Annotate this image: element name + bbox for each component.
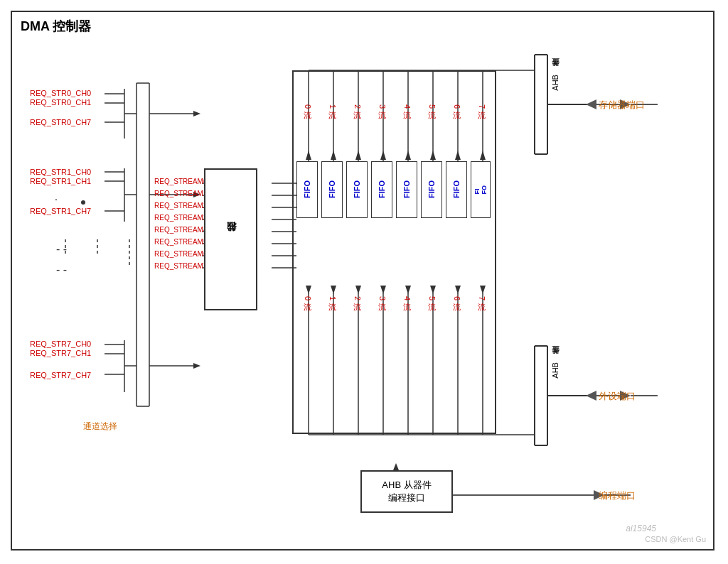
req-stream1: REQ_STREAM1 [154,190,207,197]
flow-bot-0: 流0 [302,296,313,300]
flow-bot-6: 流6 [451,296,462,300]
ahb-master-top-label: AHB 主器件 [550,72,560,91]
channel-select-label: 通道选择 [83,421,117,433]
svg-marker-55 [355,151,361,160]
svg-marker-82 [380,286,386,294]
req-str7-ch1: REQ_STR7_CH1 [30,348,91,359]
fifo-7: FIFO [471,161,491,218]
req-stream4: REQ_STREAM4 [154,226,207,234]
svg-marker-81 [355,286,361,294]
svg-marker-79 [306,286,311,294]
svg-marker-84 [430,286,436,294]
svg-marker-111 [393,463,399,470]
flow-bot-4: 流4 [402,296,412,300]
ahb-slave-box: AHB 从器件 编程接口 [360,470,453,513]
flow-top-2: 流2 [352,104,363,109]
flow-top-3: 流3 [377,104,387,109]
flow-top-5: 流5 [427,104,437,109]
req-stream7: REQ_STREAM7 [154,262,207,270]
req-stream0: REQ_STREAM0 [154,178,207,185]
svg-rect-105 [293,71,496,433]
flow-top-4: 流4 [402,104,412,109]
flow-bot-2: 流2 [352,296,363,300]
flow-top-7: 流7 [476,104,487,109]
diagram-svg [12,12,713,549]
svg-marker-78 [586,99,596,109]
fifo-4: FIFO [396,161,417,218]
flow-top-0: 流0 [302,104,313,109]
svg-marker-56 [380,151,386,160]
svg-marker-54 [331,151,336,160]
svg-marker-59 [455,151,461,160]
svg-point-8 [81,200,85,205]
svg-marker-80 [331,286,336,294]
svg-marker-104 [586,391,596,401]
flow-bot-7: 流7 [476,296,487,300]
req-str1-ch7: REQ_STR1_CH7 [30,206,91,217]
svg-marker-60 [480,151,486,160]
req-str1-ch1: REQ_STR1_CH1 [30,176,91,187]
ahb-slave-line2: 编程接口 [388,492,425,504]
svg-marker-83 [405,286,411,294]
ahb-master-bottom-label: AHB 主器件 [550,360,560,379]
req-str1-dot: · [55,193,58,205]
fifo-2: FIFO [346,161,368,218]
req-stream6: REQ_STREAM6 [154,250,207,258]
flow-bot-1: 流1 [327,296,338,300]
req-stream3: REQ_STREAM3 [154,214,207,222]
svg-marker-86 [480,286,486,294]
flow-top-1: 流1 [327,104,338,109]
svg-marker-53 [306,151,311,160]
req-str7-ch7: REQ_STR7_CH7 [30,370,91,381]
watermark2: CSDN @Kent Gu [645,535,706,543]
dashes1: - -- - [56,239,67,281]
req-str0-ch7: REQ_STR0_CH7 [30,117,91,128]
arbiter-box: 仲裁器 [204,168,257,310]
svg-marker-58 [430,151,436,160]
svg-marker-28 [193,363,200,369]
req-str0-ch1: REQ_STR0_CH1 [30,97,91,108]
svg-marker-85 [455,286,461,294]
program-port-label: 编程端口 [599,489,636,502]
watermark1: ai15945 [626,524,656,533]
peripheral-port-label: 外设端口 [599,390,636,403]
fifo-1: FIFO [321,161,343,218]
fifo-3: FIFO [371,161,392,218]
fifo-5: FIFO [421,161,442,218]
svg-marker-24 [193,111,200,116]
flow-top-6: 流6 [451,104,462,109]
ahb-slave-line1: AHB 从器件 [382,479,431,492]
flow-bot-5: 流5 [427,296,437,300]
svg-marker-57 [405,151,411,160]
fifo-0: FIFO [296,161,318,218]
main-diagram: DMA 控制器 [11,11,714,551]
req-stream5: REQ_STREAM5 [154,238,207,246]
fifo-6: FIFO [446,161,467,218]
flow-bot-3: 流3 [377,296,387,300]
req-stream2: REQ_STREAM2 [154,202,207,210]
memory-port-label: 存储器端口 [599,99,645,112]
diagram-title: DMA 控制器 [21,18,91,35]
